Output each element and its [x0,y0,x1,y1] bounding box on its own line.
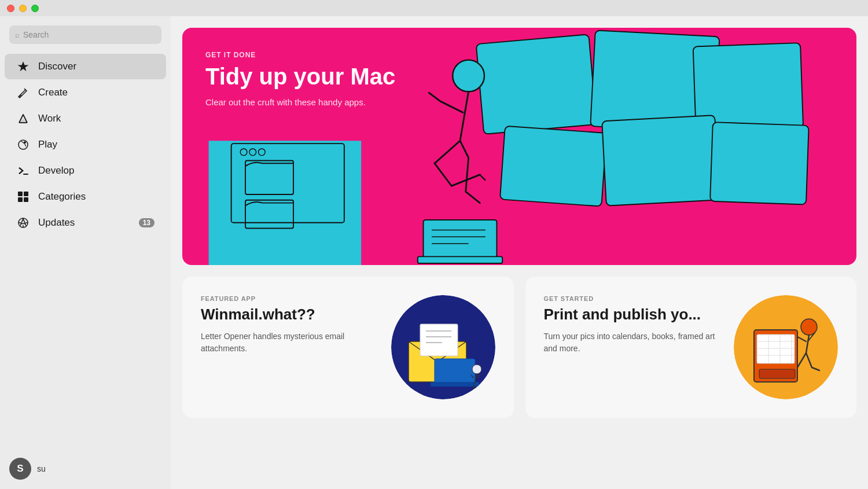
sidebar-item-work[interactable]: Work [5,106,166,131]
create-icon [16,86,30,100]
svg-point-24 [453,60,484,92]
get-started-card[interactable]: GET STARTED Print and publish yo... Turn… [525,277,857,418]
play-icon [16,138,30,152]
card-text-featured: FEATURED APP Winmail.what?? Letter Opene… [201,295,380,399]
cards-row: FEATURED APP Winmail.what?? Letter Opene… [182,277,856,418]
avatar[interactable]: S [9,458,31,480]
develop-label: Develop [38,165,74,177]
svg-rect-23 [710,122,809,204]
sidebar: ⌕ Search Discover [0,16,171,489]
svg-rect-18 [476,34,597,134]
close-button[interactable] [7,5,14,12]
letter-opener-illustration [391,295,495,399]
svg-rect-26 [418,256,502,263]
search-bar[interactable]: ⌕ Search [9,25,161,44]
minimize-button[interactable] [19,5,27,12]
updates-icon [16,216,30,230]
svg-rect-37 [431,382,479,387]
sidebar-bottom: S su [0,448,171,489]
sidebar-item-play[interactable]: Play [5,132,166,157]
print-illustration [734,295,838,399]
search-icon: ⌕ [15,31,20,39]
play-label: Play [38,139,57,150]
sidebar-item-discover[interactable]: Discover [5,54,166,79]
svg-rect-36 [435,359,475,385]
svg-rect-8 [24,197,28,202]
hero-illustration [182,28,856,265]
categories-icon [16,190,30,204]
featured-tag: FEATURED APP [201,295,380,302]
svg-point-3 [24,141,26,144]
sidebar-item-create[interactable]: Create [5,80,166,105]
svg-rect-42 [757,334,795,363]
search-placeholder: Search [23,30,49,39]
svg-point-38 [472,365,481,374]
featured-desc: Letter Opener handles mysterious email a… [201,330,380,355]
updates-badge: 13 [139,218,155,227]
create-label: Create [38,87,68,98]
develop-icon [16,164,30,178]
maximize-button[interactable] [31,5,39,12]
hero-banner[interactable]: GET IT DONE Tidy up your Mac Clear out t… [182,28,856,265]
svg-point-2 [19,140,28,149]
featured-app-image [391,295,495,399]
svg-rect-5 [18,192,23,196]
svg-rect-25 [424,220,497,259]
main-content: GET IT DONE Tidy up your Mac Clear out t… [171,16,868,489]
started-tag: GET STARTED [544,295,723,302]
star-icon [16,60,30,73]
sidebar-item-categories[interactable]: Categories [5,184,166,209]
svg-rect-6 [24,192,28,196]
discover-label: Discover [38,61,76,72]
started-desc: Turn your pics into calendars, books, fr… [544,330,723,355]
work-icon [16,112,30,126]
svg-rect-22 [602,115,719,205]
updates-label: Updates [38,217,75,229]
title-bar [0,0,868,16]
featured-title: Winmail.what?? [201,306,380,323]
user-name: su [37,464,46,473]
app-window: ⌕ Search Discover [0,16,868,489]
sidebar-item-develop[interactable]: Develop [5,158,166,183]
svg-rect-32 [420,324,458,356]
categories-label: Categories [38,191,86,203]
card-text-started: GET STARTED Print and publish yo... Turn… [544,295,723,399]
nav-list: Discover Create [0,53,171,236]
svg-rect-49 [759,369,795,378]
sidebar-item-updates[interactable]: Updates 13 [5,210,166,236]
print-app-image [734,295,838,399]
work-label: Work [38,113,61,124]
featured-app-card[interactable]: FEATURED APP Winmail.what?? Letter Opene… [182,277,514,418]
started-title: Print and publish yo... [544,306,723,323]
svg-rect-21 [500,126,606,207]
svg-rect-7 [18,197,23,202]
